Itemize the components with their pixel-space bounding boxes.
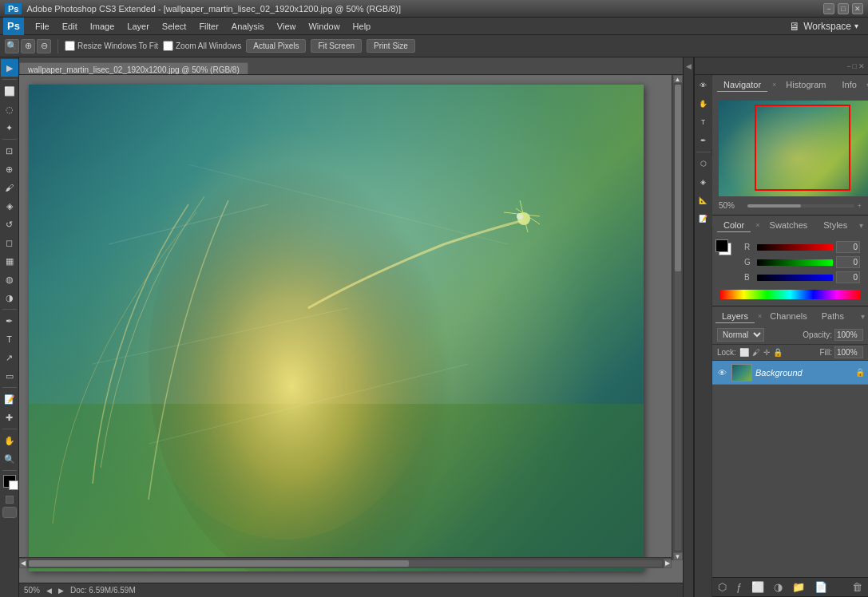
menu-help[interactable]: Help <box>347 20 378 33</box>
tab-styles[interactable]: Styles <box>817 219 854 232</box>
zoom-all-label[interactable]: Zoom All Windows <box>163 41 241 51</box>
foreground-color-swatch[interactable] <box>715 239 728 252</box>
lock-transparent-btn[interactable]: ⬜ <box>739 348 749 357</box>
nav-zoom-slider[interactable] <box>747 204 854 208</box>
tool-path[interactable]: ↗ <box>1 349 18 366</box>
tool-stamp[interactable]: ◈ <box>1 197 18 215</box>
fill-input[interactable] <box>834 346 863 358</box>
inner-maximize-btn[interactable]: □ <box>853 62 857 70</box>
tab-swatches[interactable]: Swatches <box>763 219 814 232</box>
menu-select[interactable]: Select <box>156 20 193 33</box>
tab-layers-close[interactable]: × <box>758 312 762 320</box>
tab-color[interactable]: Color <box>717 219 751 232</box>
tool-smudge[interactable]: ⬡ <box>695 155 712 172</box>
tool-dodge[interactable]: ◑ <box>1 289 18 306</box>
tool-eraser[interactable]: ◻ <box>1 234 18 251</box>
tool-eye[interactable]: 👁 <box>695 77 712 94</box>
quick-mask[interactable] <box>6 496 14 504</box>
h-scroll-track[interactable] <box>29 560 662 567</box>
opacity-input[interactable] <box>834 329 863 341</box>
new-layer-button[interactable]: 📄 <box>812 581 830 593</box>
red-value[interactable] <box>836 241 860 253</box>
tool-marquee[interactable]: ⬜ <box>1 82 18 100</box>
print-size-button[interactable]: Print Size <box>367 39 415 53</box>
scroll-left-button[interactable]: ◀ <box>19 559 27 568</box>
menu-edit[interactable]: Edit <box>56 20 84 33</box>
tool-pen-right[interactable]: ✒ <box>695 132 712 149</box>
tab-info[interactable]: Info <box>835 78 862 92</box>
lock-all-btn[interactable]: 🔒 <box>773 348 783 357</box>
h-scroll-thumb[interactable] <box>29 560 409 567</box>
tool-hand[interactable]: ✋ <box>1 432 18 449</box>
tool-zoom[interactable]: 🔍 <box>1 450 18 468</box>
layer-row-background[interactable]: 👁 Background 🔒 <box>712 361 868 385</box>
tool-hand-right[interactable]: ✋ <box>695 95 712 113</box>
tab-paths[interactable]: Paths <box>815 310 850 323</box>
resize-windows-checkbox[interactable] <box>65 41 75 51</box>
tool-history[interactable]: ↺ <box>1 215 18 233</box>
color-spectrum-bar[interactable] <box>720 290 860 299</box>
canvas-tab-active[interactable]: wallpaper_martin_lisec_02_1920x1200.jpg … <box>19 62 248 74</box>
menu-filter[interactable]: Filter <box>192 20 224 33</box>
scroll-right-button[interactable]: ▶ <box>664 559 672 568</box>
tool-pen[interactable]: ✒ <box>1 312 18 330</box>
delete-layer-button[interactable]: 🗑 <box>850 581 865 593</box>
green-value[interactable] <box>836 256 860 268</box>
v-scroll-track[interactable] <box>675 85 681 551</box>
layer-visibility-toggle[interactable]: 👁 <box>715 366 728 379</box>
tab-layers[interactable]: Layers <box>715 310 755 323</box>
inner-close-btn[interactable]: ✕ <box>858 62 865 70</box>
tab-navigator[interactable]: Navigator <box>717 78 767 92</box>
tool-type-right[interactable]: T <box>695 113 712 131</box>
tool-gradient[interactable]: ▦ <box>1 252 18 270</box>
tool-type[interactable]: T <box>1 330 18 348</box>
tab-channels[interactable]: Channels <box>763 310 813 323</box>
tool-burn[interactable]: ◈ <box>695 173 712 191</box>
tool-lasso[interactable]: ◌ <box>1 101 18 118</box>
tool-notes[interactable]: 📝 <box>1 390 18 408</box>
blue-slider[interactable] <box>757 275 833 281</box>
add-adjustment-button[interactable]: ◑ <box>771 581 785 593</box>
tool-eyedropper[interactable]: ✚ <box>1 409 18 426</box>
inner-minimize-btn[interactable]: − <box>846 62 850 70</box>
scroll-up-button[interactable]: ▲ <box>673 75 683 83</box>
nav-left-arrow[interactable]: ◀ <box>46 587 52 595</box>
lock-image-btn[interactable]: 🖌 <box>752 348 760 357</box>
nav-right-arrow[interactable]: ▶ <box>58 587 64 595</box>
new-group-button[interactable]: 📁 <box>790 581 807 593</box>
menu-view[interactable]: View <box>271 20 303 33</box>
v-scroll-thumb[interactable] <box>675 85 681 271</box>
menu-layer[interactable]: Layer <box>121 20 156 33</box>
v-scrollbar[interactable]: ▲ ▼ <box>672 75 683 560</box>
tool-crop[interactable]: ⊡ <box>1 142 18 160</box>
zoom-in-icon[interactable]: ⊕ <box>21 39 35 53</box>
blue-value[interactable] <box>836 271 860 283</box>
foreground-color[interactable] <box>3 475 16 488</box>
tab-color-close[interactable]: × <box>755 221 759 229</box>
close-button[interactable]: ✕ <box>852 3 863 14</box>
tool-measure[interactable]: 📐 <box>695 192 712 209</box>
actual-pixels-button[interactable]: Actual Pixels <box>246 39 306 53</box>
zoom-icon[interactable]: 🔍 <box>5 39 19 53</box>
minimize-button[interactable]: − <box>823 3 834 14</box>
menu-image[interactable]: Image <box>84 20 121 33</box>
screen-mode[interactable] <box>2 507 17 518</box>
layers-panel-collapse[interactable]: ▾ <box>861 312 865 321</box>
menu-file[interactable]: File <box>29 20 56 33</box>
scroll-down-button[interactable]: ▼ <box>673 552 683 560</box>
green-slider[interactable] <box>757 259 833 266</box>
zoom-all-checkbox[interactable] <box>163 41 173 51</box>
blend-mode-dropdown[interactable]: Normal <box>717 328 764 342</box>
tool-blur[interactable]: ◍ <box>1 271 18 288</box>
resize-windows-label[interactable]: Resize Windows To Fit <box>65 41 158 51</box>
sidebar-collapse-arrow[interactable]: ◀ <box>686 62 692 70</box>
menu-window[interactable]: Window <box>302 20 346 33</box>
fit-screen-button[interactable]: Fit Screen <box>311 39 362 53</box>
tab-histogram[interactable]: Histogram <box>779 78 832 92</box>
add-mask-button[interactable]: ⬜ <box>749 581 767 593</box>
zoom-out-icon[interactable]: ⊖ <box>37 39 51 53</box>
tool-heal[interactable]: ⊕ <box>1 160 18 178</box>
red-slider[interactable] <box>757 244 833 251</box>
h-scrollbar[interactable]: ◀ ▶ <box>19 557 672 568</box>
tool-move[interactable]: ▶ <box>1 59 18 77</box>
